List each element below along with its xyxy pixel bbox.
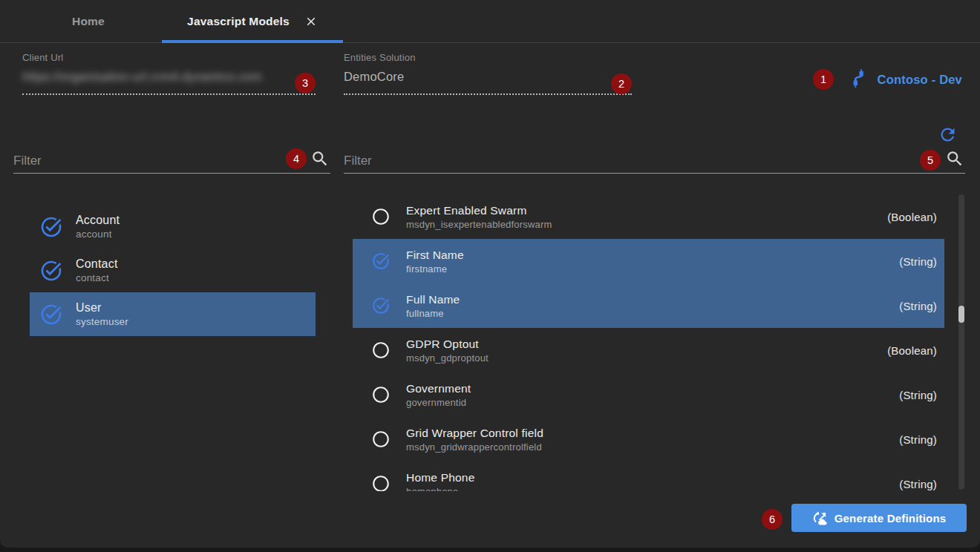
generate-definitions-label: Generate Definitions — [834, 512, 947, 525]
search-icon — [945, 149, 964, 168]
check-circle-icon — [39, 303, 63, 326]
entities-solution-field[interactable]: Entities Solution DemoCore — [344, 52, 632, 95]
entity-name: User — [76, 301, 128, 315]
attribute-logical-name: msdyn_gdproptout — [406, 352, 489, 364]
attribute-logical-name: governmentid — [406, 397, 471, 408]
client-url-underline — [22, 93, 316, 95]
entities-solution-value: DemoCore — [344, 70, 632, 92]
check-circle-icon — [371, 207, 391, 226]
tab-javascript-models-label: Javascript Models — [187, 15, 290, 28]
attribute-filter-input[interactable] — [344, 154, 841, 168]
entity-name: Contact — [76, 257, 118, 271]
search-icon — [310, 149, 330, 168]
client-url-label: Client Url — [22, 52, 316, 63]
check-circle-icon — [371, 430, 391, 449]
attribute-logical-name: firstname — [406, 263, 464, 275]
client-url-value: https://organisation-url.crm4.dynamics.c… — [22, 70, 316, 92]
connection-link[interactable]: Contoso - Dev — [851, 65, 962, 93]
entity-logical-name: systemuser — [76, 316, 128, 327]
attribute-name: Expert Enabled Swarm — [406, 204, 552, 217]
attribute-row[interactable]: Full Name fullname (String) — [353, 283, 944, 328]
attribute-logical-name: homephone — [406, 486, 474, 492]
attribute-name: GDPR Optout — [406, 338, 489, 351]
active-tab-indicator — [162, 40, 343, 43]
attribute-type: (String) — [899, 433, 944, 446]
annotation-badge-5: 5 — [920, 150, 941, 171]
connection-name: Contoso - Dev — [878, 73, 962, 87]
entity-row[interactable]: Account account — [30, 205, 316, 249]
cloud-sync-icon — [812, 510, 828, 526]
attribute-filter-field — [344, 144, 965, 174]
attribute-name: Full Name — [406, 293, 460, 306]
attribute-row[interactable]: Grid Wrapper Control field msdyn_gridwra… — [353, 417, 944, 461]
check-circle-icon — [39, 259, 63, 283]
scrollbar-thumb[interactable] — [958, 306, 964, 323]
javascript-models-panel: Home Javascript Models Client Url https:… — [0, 0, 980, 548]
check-circle-icon — [371, 341, 391, 360]
attribute-name: First Name — [406, 249, 464, 262]
check-circle-icon — [371, 296, 391, 315]
entity-row[interactable]: User systemuser — [30, 292, 316, 336]
entity-filter-input[interactable] — [13, 154, 267, 168]
attribute-row[interactable]: Home Phone homephone (String) — [353, 461, 944, 491]
entities-solution-underline — [344, 93, 632, 95]
entity-logical-name: account — [76, 229, 120, 240]
entity-filter-field — [13, 144, 330, 174]
entity-logical-name: contact — [76, 272, 118, 283]
attribute-type: (Boolean) — [887, 344, 944, 357]
check-circle-icon — [371, 474, 391, 491]
generate-definitions-button[interactable]: Generate Definitions — [791, 504, 967, 532]
attribute-row[interactable]: Government governmentid (String) — [353, 372, 944, 417]
annotation-badge-6: 6 — [762, 509, 783, 530]
annotation-badge-3: 3 — [295, 73, 316, 93]
attribute-type: (String) — [899, 300, 944, 312]
tab-home[interactable]: Home — [15, 0, 162, 43]
client-url-field[interactable]: Client Url https://organisation-url.crm4… — [22, 52, 316, 95]
attribute-name: Government — [406, 382, 471, 395]
entity-name: Account — [76, 214, 120, 227]
attribute-logical-name: msdyn_gridwrappercontrolfield — [406, 441, 543, 453]
close-icon[interactable] — [304, 15, 318, 28]
entity-row[interactable]: Contact contact — [30, 249, 316, 292]
attribute-type: (Boolean) — [887, 211, 944, 223]
check-circle-icon — [371, 252, 391, 271]
annotation-badge-2: 2 — [611, 73, 632, 94]
attribute-list-scrollbar[interactable] — [958, 194, 964, 490]
cable-connection-icon — [851, 68, 871, 91]
refresh-icon[interactable] — [938, 125, 958, 145]
entity-list: Account account Contact contact — [30, 205, 316, 336]
attribute-name: Grid Wrapper Control field — [406, 427, 543, 440]
annotation-badge-1: 1 — [813, 69, 834, 90]
check-circle-icon — [39, 215, 63, 239]
annotation-badge-4: 4 — [286, 148, 307, 169]
attribute-row[interactable]: GDPR Optout msdyn_gdproptout (Boolean) — [353, 328, 944, 372]
attribute-type: (String) — [899, 255, 944, 268]
attribute-type: (String) — [899, 389, 944, 401]
entities-solution-label: Entities Solution — [344, 52, 632, 63]
attribute-type: (String) — [899, 478, 944, 490]
attribute-row[interactable]: First Name firstname (String) — [353, 239, 944, 283]
attribute-row[interactable]: Expert Enabled Swarm msdyn_isexpertenabl… — [353, 194, 944, 239]
attribute-name: Home Phone — [406, 471, 474, 484]
tab-bar: Home Javascript Models — [0, 0, 980, 43]
attribute-list: Expert Enabled Swarm msdyn_isexpertenabl… — [353, 194, 944, 491]
attribute-logical-name: fullname — [406, 308, 460, 319]
tab-javascript-models[interactable]: Javascript Models — [162, 0, 343, 43]
attribute-logical-name: msdyn_isexpertenabledforswarm — [406, 219, 552, 230]
check-circle-icon — [371, 385, 391, 404]
